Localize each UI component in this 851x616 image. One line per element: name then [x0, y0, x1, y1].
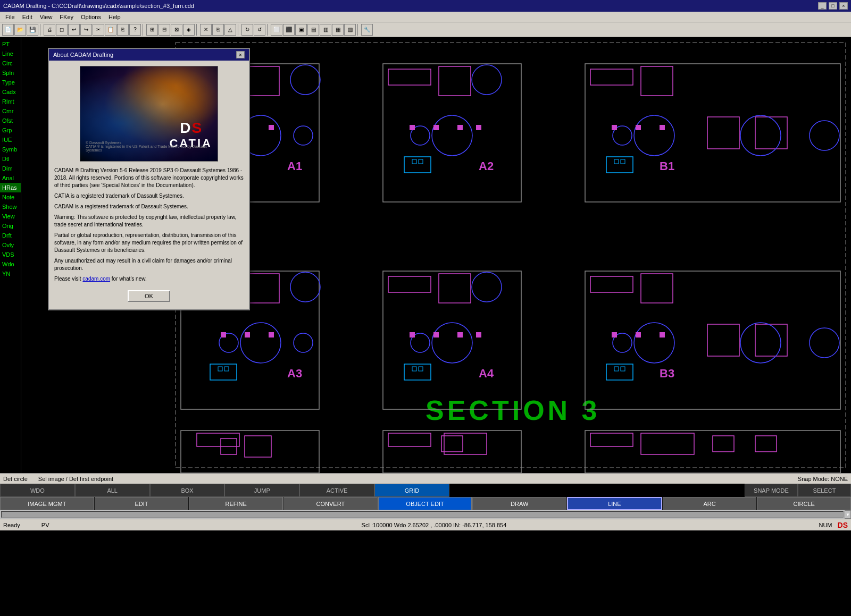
sidebar-item-anal[interactable]: Anal — [0, 173, 21, 183]
btn-edit[interactable]: EDIT — [95, 497, 189, 510]
sidebar-item-ovly[interactable]: Ovly — [0, 240, 21, 250]
btn-arc[interactable]: ARC — [663, 497, 757, 510]
sidebar-item-iue[interactable]: IUE — [0, 135, 21, 145]
tb-print[interactable]: 🖨 — [44, 24, 55, 36]
tb-f3[interactable]: ▣ — [295, 24, 307, 36]
btn-grid[interactable]: GRID — [374, 484, 449, 497]
sidebar-item-show[interactable]: Show — [0, 202, 21, 212]
about-dialog-body: D S CATIA © Dassault SystemesCATIA ® is … — [49, 61, 249, 309]
tb-b5[interactable]: 📋 — [105, 24, 116, 36]
scale-info: Scl :100000 Wdo 2.65202 , .00000 IN: -86… — [49, 522, 819, 528]
cad-content: SECTION 3 A1 — [21, 37, 851, 473]
sidebar-item-line[interactable]: Line — [0, 49, 21, 58]
sidebar-item-circ[interactable]: Circ — [0, 58, 21, 68]
minimize-btn[interactable]: _ — [818, 2, 827, 10]
tb-b6[interactable]: ⎘ — [117, 24, 129, 36]
sidebar-item-hras[interactable]: HRas — [0, 183, 21, 192]
tb-e1[interactable]: ↻ — [241, 24, 253, 36]
tb-b7[interactable]: ? — [129, 24, 141, 36]
horizontal-scrollbar[interactable] — [1, 511, 844, 518]
btn-snap-mode[interactable]: SNAP MODE — [745, 484, 798, 497]
tb-f2[interactable]: ⬛ — [283, 24, 295, 36]
status-bar-1: Det circle Sel image / Def first endpoin… — [0, 473, 851, 484]
tb-open[interactable]: 📂 — [14, 24, 26, 36]
sidebar-item-type[interactable]: Type — [0, 78, 21, 87]
sidebar-item-dtl[interactable]: Dtl — [0, 154, 21, 164]
btn-box[interactable]: BOX — [150, 484, 225, 497]
tb-c1[interactable]: ⊞ — [146, 24, 158, 36]
btn-refine[interactable]: REFINE — [189, 497, 283, 510]
tb-f6[interactable]: ▦ — [332, 24, 344, 36]
about-ok-button[interactable]: OK — [128, 290, 170, 302]
tb-g1[interactable]: 🔧 — [361, 24, 373, 36]
about-text-p6: Any unauthorized act may result in a civ… — [54, 257, 244, 272]
sidebar-item-vds[interactable]: VDS — [0, 250, 21, 259]
btn-wdo[interactable]: WDO — [0, 484, 75, 497]
tb-b4[interactable]: ✂ — [93, 24, 104, 36]
tb-b3[interactable]: ↪ — [80, 24, 92, 36]
tb-b1[interactable]: ◻ — [56, 24, 68, 36]
scroll-bar-area[interactable]: ▼ — [0, 510, 851, 519]
canvas-area[interactable]: SECTION 3 A1 — [21, 37, 851, 473]
btn-jump[interactable]: JUMP — [224, 484, 299, 497]
btn-active[interactable]: ACTIVE — [299, 484, 374, 497]
sidebar-item-cadx[interactable]: Cadx — [0, 87, 21, 97]
sidebar-item-crnr[interactable]: Crnr — [0, 106, 21, 116]
sidebar-item-spln[interactable]: Spln — [0, 68, 21, 78]
menu-bar: File Edit View FKey Options Help — [0, 12, 851, 22]
btn-line[interactable]: LINE — [567, 497, 662, 510]
ds-logo-d: D — [180, 120, 190, 137]
sidebar-item-drft[interactable]: Drft — [0, 231, 21, 240]
sidebar-item-orig[interactable]: Orig — [0, 221, 21, 231]
tb-e2[interactable]: ↺ — [254, 24, 265, 36]
sidebar-item-grp[interactable]: Grp — [0, 125, 21, 135]
menu-edit[interactable]: Edit — [19, 13, 36, 21]
btn-image-mgmt[interactable]: IMAGE MGMT — [0, 497, 94, 510]
sidebar-item-note[interactable]: Note — [0, 192, 21, 202]
tb-f7[interactable]: ▧ — [344, 24, 356, 36]
tb-f4[interactable]: ▤ — [307, 24, 319, 36]
tb-new[interactable]: 📄 — [2, 24, 14, 36]
close-btn[interactable]: × — [839, 2, 848, 10]
sidebar-item-dim[interactable]: Dim — [0, 164, 21, 173]
sidebar-item-yn[interactable]: YN — [0, 269, 21, 279]
title-bar: CADAM Drafting - C:\CCDraft\drawings\cad… — [0, 0, 851, 12]
menu-file[interactable]: File — [2, 13, 18, 21]
btn-draw[interactable]: DRAW — [472, 497, 566, 510]
btn-convert[interactable]: CONVERT — [283, 497, 378, 510]
menu-options[interactable]: Options — [78, 13, 104, 21]
tb-d2[interactable]: ⎘ — [212, 24, 224, 36]
ready-status: Ready — [3, 522, 20, 528]
sidebar-item-wdo[interactable]: Wdo — [0, 259, 21, 269]
menu-fkey[interactable]: FKey — [56, 13, 77, 21]
sidebar-item-rlmt[interactable]: Rlmt — [0, 97, 21, 106]
about-text-p4: Warning: This software is protected by c… — [54, 214, 244, 229]
menu-view[interactable]: View — [37, 13, 56, 21]
sidebar: PT Line Circ Spln Type Cadx Rlmt Crnr Of… — [0, 37, 21, 473]
btn-all[interactable]: ALL — [75, 484, 150, 497]
sidebar-item-ofst[interactable]: Ofst — [0, 116, 21, 125]
about-dialog-title-bar[interactable]: About CADAM Drafting × — [49, 49, 249, 61]
tb-c3[interactable]: ⊠ — [171, 24, 182, 36]
about-dialog-title-text: About CADAM Drafting — [53, 52, 113, 58]
btn-select[interactable]: SELECT — [798, 484, 851, 497]
tb-d3[interactable]: △ — [224, 24, 236, 36]
tb-c2[interactable]: ⊟ — [158, 24, 170, 36]
tb-sep1 — [40, 24, 42, 36]
tb-f1[interactable]: ⬜ — [271, 24, 282, 36]
maximize-btn[interactable]: □ — [829, 2, 837, 10]
tb-d1[interactable]: ✕ — [200, 24, 212, 36]
cadam-link[interactable]: cadam.com — [82, 276, 110, 282]
about-dialog-close-btn[interactable]: × — [236, 51, 245, 58]
tb-c4[interactable]: ◈ — [183, 24, 195, 36]
sidebar-item-view[interactable]: View — [0, 212, 21, 221]
btn-object-edit[interactable]: OBJECT EDIT — [378, 497, 472, 510]
menu-help[interactable]: Help — [105, 13, 124, 21]
tb-save[interactable]: 💾 — [27, 24, 38, 36]
tb-f5[interactable]: ▥ — [320, 24, 331, 36]
sidebar-item-symb[interactable]: Symb — [0, 145, 21, 154]
tb-b2[interactable]: ↩ — [68, 24, 80, 36]
btn-circle[interactable]: CIRCLE — [757, 497, 851, 510]
scroll-arrow-down[interactable]: ▼ — [845, 510, 851, 519]
sidebar-item-pt[interactable]: PT — [0, 39, 21, 49]
